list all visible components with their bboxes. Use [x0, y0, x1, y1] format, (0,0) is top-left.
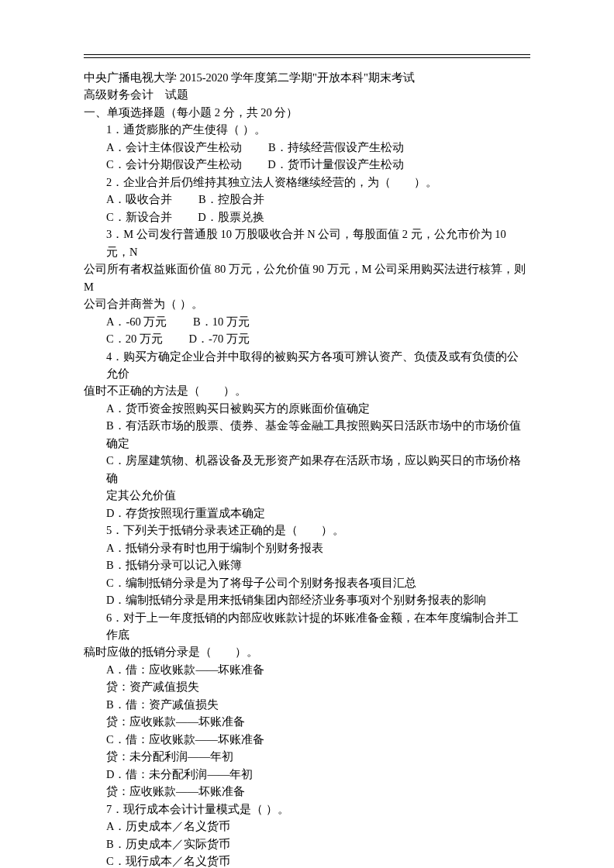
- q3-option-b: B．10 万元: [193, 315, 250, 328]
- q6-option-d1: D．借：未分配利润——年初: [84, 766, 530, 783]
- q1-option-a: A．会计主体假设产生松动: [106, 141, 242, 153]
- top-rule: [84, 54, 530, 58]
- q2-option-a: A．吸收合并: [106, 193, 172, 205]
- q6-option-b1: B．借：资产减值损失: [84, 696, 530, 713]
- q6-option-a2: 贷：资产减值损失: [84, 678, 530, 695]
- q6-option-b2: 贷：应收账款——坏账准备: [84, 713, 530, 730]
- q7-option-c: C．现行成本／名义货币: [84, 852, 530, 868]
- q3-option-c: C．20 万元: [106, 332, 163, 345]
- q3-line1: 3．M 公司发行普通股 10 万股吸收合并 N 公司，每股面值 2 元，公允市价…: [84, 226, 530, 260]
- q5-option-c: C．编制抵销分录是为了将母子公司个别财务报表各项目汇总: [84, 574, 530, 591]
- exam-subtitle: 高级财务会计 试题: [84, 86, 530, 103]
- q4-option-b: B．有活跃市场的股票、债券、基金等金融工具按照购买日活跃市场中的市场价值确定: [84, 417, 530, 452]
- q6-option-d2: 贷：应收账款——坏账准备: [84, 783, 530, 800]
- q2-option-c: C．新设合并: [106, 211, 172, 223]
- q6-line1: 6．对于上一年度抵销的内部应收账款计提的坏账准备金额，在本年度编制合并工作底: [84, 609, 530, 644]
- q5-option-b: B．抵销分录可以记入账簿: [84, 556, 530, 574]
- q5-option-d: D．编制抵销分录是用来抵销集团内部经济业务事项对个别财务报表的影响: [84, 591, 530, 608]
- q1-option-b: B．持续经营假设产生松动: [268, 141, 404, 153]
- q6-option-c1: C．借：应收账款——坏账准备: [84, 731, 530, 748]
- q2-options-row2: C．新设合并 D．股票兑换: [84, 208, 530, 226]
- q4-option-c1: C．房屋建筑物、机器设备及无形资产如果存在活跃市场，应以购买日的市场价格确: [84, 452, 530, 487]
- q2-option-d: D．股票兑换: [198, 211, 264, 223]
- q3-option-a: A．-60 万元: [106, 315, 167, 328]
- q1-options-row2: C．会计分期假设产生松动 D．货币计量假设产生松动: [84, 156, 530, 173]
- q4-option-d: D．存货按照现行重置成本确定: [84, 505, 530, 522]
- q1-option-d: D．货币计量假设产生松动: [267, 158, 403, 170]
- q6-line2: 稿时应做的抵销分录是（ ）。: [84, 643, 530, 660]
- q2-stem: 2．企业合并后仍维持其独立法人资格继续经营的，为（ ）。: [84, 174, 530, 191]
- q3-options-row2: C．20 万元 D．-70 万元: [84, 330, 530, 347]
- q1-options-row1: A．会计主体假设产生松动 B．持续经营假设产生松动: [84, 139, 530, 156]
- q4-option-a: A．货币资金按照购买日被购买方的原账面价值确定: [84, 400, 530, 417]
- q3-options-row1: A．-60 万元 B．10 万元: [84, 313, 530, 330]
- q6-option-c2: 贷：未分配利润——年初: [84, 748, 530, 765]
- q1-option-c: C．会计分期假设产生松动: [106, 158, 242, 170]
- q5-option-a: A．抵销分录有时也用于编制个别财务报表: [84, 539, 530, 556]
- q7-stem: 7．现行成本会计计量模式是（ ）。: [84, 801, 530, 818]
- q1-stem: 1．通货膨胀的产生使得（ ）。: [84, 121, 530, 138]
- q3-line3: 公司合并商誉为（ ）。: [84, 295, 530, 312]
- q3-option-d: D．-70 万元: [188, 332, 249, 345]
- q5-stem: 5．下列关于抵销分录表述正确的是（ ）。: [84, 522, 530, 539]
- q4-option-c2: 定其公允价值: [84, 487, 530, 504]
- q4-line1: 4．购买方确定企业合并中取得的被购买方各项可辨认资产、负债及或有负债的公允价: [84, 348, 530, 383]
- q6-option-a1: A．借：应收账款——坏账准备: [84, 661, 530, 678]
- q2-option-b: B．控股合并: [198, 193, 264, 205]
- q7-option-a: A．历史成本／名义货币: [84, 818, 530, 835]
- exam-title: 中央广播电视大学 2015-2020 学年度第二学期"开放本科"期末考试: [84, 69, 530, 86]
- section-1-heading: 一、单项选择题（每小题 2 分，共 20 分）: [84, 104, 530, 121]
- q7-option-b: B．历史成本／实际货币: [84, 835, 530, 852]
- q4-line2: 值时不正确的方法是（ ）。: [84, 382, 530, 399]
- q2-options-row1: A．吸收合并 B．控股合并: [84, 191, 530, 208]
- q3-line2: 公司所有者权益账面价值 80 万元，公允价值 90 万元，M 公司采用购买法进行…: [84, 260, 530, 295]
